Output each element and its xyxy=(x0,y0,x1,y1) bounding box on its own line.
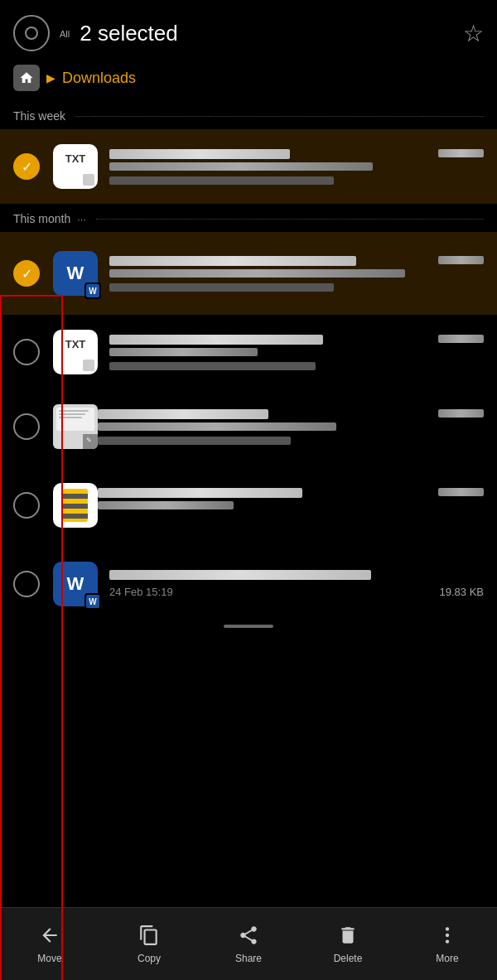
select-all-checkbox[interactable] xyxy=(13,15,50,51)
file-meta-2 xyxy=(109,283,484,292)
section-more: ··· xyxy=(77,213,86,225)
breadcrumb-downloads[interactable]: Downloads xyxy=(62,70,136,87)
nav-share[interactable]: Share xyxy=(199,924,298,964)
home-svg xyxy=(19,70,34,85)
file-info-3 xyxy=(109,335,484,370)
file-icon-txt-3: TXT xyxy=(53,330,98,374)
breadcrumb-arrow: ▶ xyxy=(46,71,55,84)
docx-w-2: W xyxy=(67,263,84,284)
home-icon[interactable] xyxy=(13,65,40,91)
meta-blur-3 xyxy=(109,362,316,370)
file-icon-txt-1: TXT xyxy=(53,144,98,189)
file-icon-docx-2: W W xyxy=(53,251,98,296)
svg-point-1 xyxy=(446,927,449,930)
file-info-2 xyxy=(109,256,484,292)
file-corner-1 xyxy=(83,174,94,186)
section-dots-2 xyxy=(96,219,484,220)
all-label-wrap: All xyxy=(60,26,70,41)
nav-move[interactable]: Move xyxy=(0,924,99,964)
file-item-1[interactable]: ✓ TXT xyxy=(0,129,497,204)
delete-label: Delete xyxy=(334,953,363,964)
file-info-5 xyxy=(98,488,484,524)
file-name-row-6 xyxy=(109,570,484,582)
file-name-blur-5 xyxy=(98,488,438,512)
file-name-blur-2 xyxy=(109,256,438,280)
share-icon xyxy=(238,924,259,949)
checkbox-6[interactable] xyxy=(13,571,40,597)
file-corner-3 xyxy=(83,360,94,371)
bottom-nav: Move Copy Share Delete xyxy=(0,907,497,980)
nav-copy[interactable]: Copy xyxy=(99,924,199,964)
copy-icon xyxy=(138,924,160,949)
nav-more[interactable]: More xyxy=(398,924,497,964)
file-name-blur-3 xyxy=(109,335,438,359)
file-item-3[interactable]: TXT xyxy=(0,315,497,389)
file-date-6: 24 Feb 15:19 xyxy=(109,586,173,598)
docx-badge-2: W xyxy=(84,282,101,299)
file-icon-zip-5 xyxy=(53,483,98,528)
file-name-row-1 xyxy=(109,149,484,173)
file-icon-img-4: ✎ xyxy=(53,404,98,449)
checkmark-icon-1: ✓ xyxy=(22,159,32,175)
txt-label-1: TXT xyxy=(65,152,86,165)
file-size-6: 19.83 KB xyxy=(440,586,485,598)
file-item-4[interactable]: ✎ xyxy=(0,389,497,464)
move-label: Move xyxy=(37,953,61,964)
checkbox-1[interactable]: ✓ xyxy=(13,153,40,180)
share-label: Share xyxy=(235,953,262,964)
file-info-6: 24 Feb 15:19 19.83 KB xyxy=(109,570,484,598)
scroll-bar xyxy=(224,625,273,628)
more-icon xyxy=(437,924,458,949)
file-item-6[interactable]: W W 24 Feb 15:19 19.83 KB xyxy=(0,547,497,621)
file-name-row-5 xyxy=(98,488,484,512)
file-size-blur-3 xyxy=(438,335,484,343)
file-info-4 xyxy=(98,409,484,445)
file-list: ✓ TXT This month ··· ✓ xyxy=(0,129,497,621)
move-icon xyxy=(39,924,60,949)
svg-point-3 xyxy=(446,939,449,943)
section-this-month: This month ··· xyxy=(0,204,497,232)
all-label: All xyxy=(60,29,70,39)
meta-blur-1 xyxy=(109,176,334,185)
checkbox-4[interactable] xyxy=(13,413,40,440)
file-meta-5 xyxy=(98,515,484,524)
header-left: All 2 selected xyxy=(13,15,178,51)
section-this-week-label: This week xyxy=(13,109,65,123)
meta-blur-2 xyxy=(109,283,334,292)
selected-count: 2 selected xyxy=(80,21,178,46)
breadcrumb: ▶ Downloads xyxy=(0,58,497,101)
more-label: More xyxy=(436,953,458,964)
file-meta-4 xyxy=(98,437,484,445)
section-this-week: This week xyxy=(0,101,497,129)
file-name-row-3 xyxy=(109,335,484,359)
checkmark-icon-2: ✓ xyxy=(22,266,32,282)
file-item-5[interactable] xyxy=(0,464,497,547)
section-this-month-label: This month xyxy=(13,212,70,225)
txt-label-3: TXT xyxy=(65,338,86,350)
file-meta-1 xyxy=(109,176,484,185)
section-dots xyxy=(75,116,484,117)
file-item-2[interactable]: ✓ W W xyxy=(0,232,497,315)
file-icon-docx-6: W W xyxy=(53,562,98,606)
file-meta-3 xyxy=(109,362,484,370)
checkbox-2[interactable]: ✓ xyxy=(13,260,40,287)
scroll-indicator xyxy=(0,621,497,628)
nav-delete[interactable]: Delete xyxy=(298,924,398,964)
file-name-blur-1 xyxy=(109,149,438,173)
checkbox-3[interactable] xyxy=(13,339,40,365)
file-name-blur-4 xyxy=(98,409,438,433)
copy-label: Copy xyxy=(138,953,161,964)
star-icon[interactable]: ☆ xyxy=(463,20,484,47)
file-size-blur-1 xyxy=(438,149,484,157)
meta-blur-4 xyxy=(98,437,291,445)
file-name-row-4 xyxy=(98,409,484,433)
svg-point-2 xyxy=(446,933,449,936)
file-size-blur-4 xyxy=(438,409,484,418)
file-meta-6: 24 Feb 15:19 19.83 KB xyxy=(109,586,484,598)
delete-icon xyxy=(337,924,359,949)
file-info-1 xyxy=(109,149,484,185)
file-size-blur-5 xyxy=(438,488,484,496)
header: All 2 selected ☆ xyxy=(0,0,497,58)
checkbox-5[interactable] xyxy=(13,492,40,519)
file-name-row-2 xyxy=(109,256,484,280)
